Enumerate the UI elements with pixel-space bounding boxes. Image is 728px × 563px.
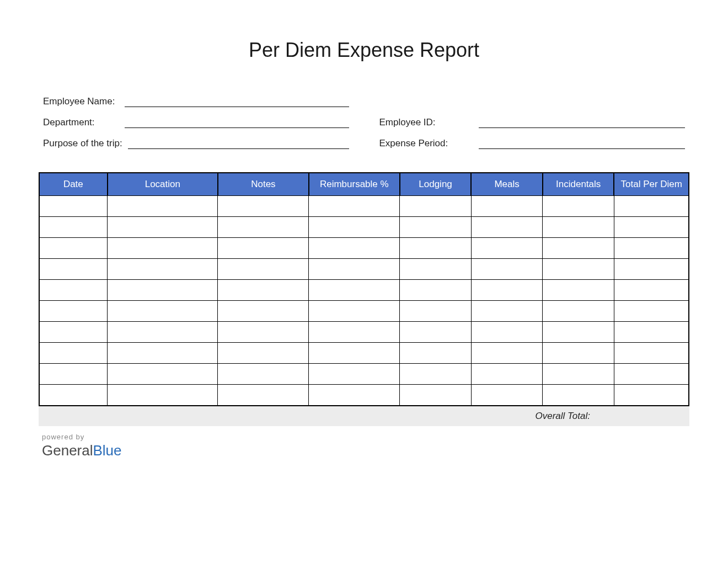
table-row (39, 343, 689, 364)
spacer (379, 95, 686, 107)
cell-date[interactable] (39, 217, 108, 238)
expense-period-field[interactable] (479, 137, 686, 149)
cell-reimbursable[interactable] (309, 259, 400, 280)
cell-notes[interactable] (218, 238, 309, 259)
cell-lodging[interactable] (400, 322, 472, 343)
cell-location[interactable] (108, 259, 218, 280)
cell-date[interactable] (39, 280, 108, 301)
cell-lodging[interactable] (400, 259, 472, 280)
cell-total[interactable] (614, 364, 689, 385)
cell-lodging[interactable] (400, 280, 472, 301)
overall-total-row: Overall Total: (39, 406, 689, 426)
cell-total[interactable] (614, 196, 689, 217)
header-meals: Meals (471, 173, 543, 196)
cell-lodging[interactable] (400, 217, 472, 238)
table-row (39, 259, 689, 280)
cell-total[interactable] (614, 385, 689, 406)
cell-lodging[interactable] (400, 238, 472, 259)
cell-date[interactable] (39, 343, 108, 364)
cell-location[interactable] (108, 217, 218, 238)
cell-location[interactable] (108, 238, 218, 259)
cell-location[interactable] (108, 343, 218, 364)
cell-meals[interactable] (471, 217, 543, 238)
cell-notes[interactable] (218, 322, 309, 343)
brand-general-text: General (42, 442, 93, 459)
cell-notes[interactable] (218, 280, 309, 301)
cell-date[interactable] (39, 238, 108, 259)
cell-lodging[interactable] (400, 196, 472, 217)
header-date: Date (39, 173, 108, 196)
cell-date[interactable] (39, 301, 108, 322)
cell-reimbursable[interactable] (309, 322, 400, 343)
cell-total[interactable] (614, 322, 689, 343)
employee-name-field[interactable] (125, 95, 349, 107)
cell-meals[interactable] (471, 238, 543, 259)
cell-lodging[interactable] (400, 364, 472, 385)
cell-lodging[interactable] (400, 385, 472, 406)
cell-lodging[interactable] (400, 343, 472, 364)
cell-lodging[interactable] (400, 301, 472, 322)
employee-name-label: Employee Name: (43, 96, 119, 107)
cell-location[interactable] (108, 364, 218, 385)
table-row (39, 385, 689, 406)
cell-total[interactable] (614, 259, 689, 280)
cell-reimbursable[interactable] (309, 385, 400, 406)
cell-reimbursable[interactable] (309, 280, 400, 301)
cell-incidentals[interactable] (543, 280, 614, 301)
cell-meals[interactable] (471, 301, 543, 322)
cell-date[interactable] (39, 259, 108, 280)
cell-notes[interactable] (218, 259, 309, 280)
cell-incidentals[interactable] (543, 322, 614, 343)
cell-date[interactable] (39, 322, 108, 343)
cell-incidentals[interactable] (543, 238, 614, 259)
cell-notes[interactable] (218, 385, 309, 406)
cell-total[interactable] (614, 217, 689, 238)
cell-location[interactable] (108, 322, 218, 343)
cell-reimbursable[interactable] (309, 217, 400, 238)
cell-meals[interactable] (471, 343, 543, 364)
cell-total[interactable] (614, 238, 689, 259)
purpose-field[interactable] (128, 137, 349, 149)
cell-incidentals[interactable] (543, 196, 614, 217)
table-row (39, 238, 689, 259)
header-notes: Notes (218, 173, 309, 196)
cell-date[interactable] (39, 385, 108, 406)
cell-incidentals[interactable] (543, 301, 614, 322)
cell-reimbursable[interactable] (309, 343, 400, 364)
cell-reimbursable[interactable] (309, 196, 400, 217)
table-row (39, 322, 689, 343)
cell-reimbursable[interactable] (309, 301, 400, 322)
cell-notes[interactable] (218, 343, 309, 364)
cell-incidentals[interactable] (543, 385, 614, 406)
cell-incidentals[interactable] (543, 259, 614, 280)
cell-meals[interactable] (471, 364, 543, 385)
cell-location[interactable] (108, 280, 218, 301)
cell-meals[interactable] (471, 385, 543, 406)
cell-notes[interactable] (218, 196, 309, 217)
cell-meals[interactable] (471, 259, 543, 280)
brand-blue-text: Blue (93, 442, 122, 459)
cell-total[interactable] (614, 280, 689, 301)
cell-notes[interactable] (218, 301, 309, 322)
cell-total[interactable] (614, 301, 689, 322)
cell-meals[interactable] (471, 196, 543, 217)
employee-name-row: Employee Name: (43, 95, 349, 107)
cell-notes[interactable] (218, 364, 309, 385)
department-field[interactable] (125, 116, 349, 128)
cell-incidentals[interactable] (543, 217, 614, 238)
footer-brand: powered by GeneralBlue (39, 433, 689, 459)
cell-date[interactable] (39, 364, 108, 385)
cell-meals[interactable] (471, 280, 543, 301)
cell-meals[interactable] (471, 322, 543, 343)
cell-total[interactable] (614, 343, 689, 364)
cell-incidentals[interactable] (543, 364, 614, 385)
cell-incidentals[interactable] (543, 343, 614, 364)
cell-reimbursable[interactable] (309, 238, 400, 259)
cell-location[interactable] (108, 196, 218, 217)
cell-reimbursable[interactable] (309, 364, 400, 385)
cell-location[interactable] (108, 385, 218, 406)
cell-location[interactable] (108, 301, 218, 322)
cell-notes[interactable] (218, 217, 309, 238)
cell-date[interactable] (39, 196, 108, 217)
employee-id-field[interactable] (479, 116, 686, 128)
